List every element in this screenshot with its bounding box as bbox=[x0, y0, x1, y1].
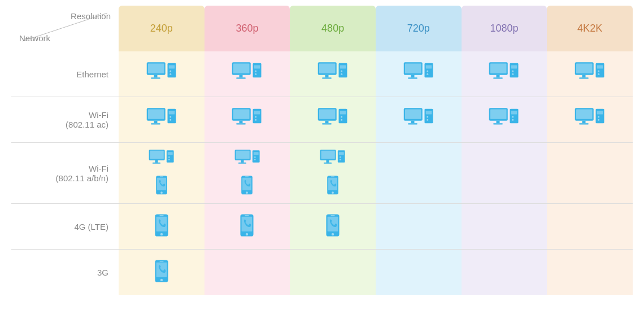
svg-rect-4 bbox=[151, 77, 160, 78]
svg-rect-86 bbox=[511, 111, 517, 115]
table-cell bbox=[547, 204, 633, 250]
table-cell bbox=[547, 143, 633, 204]
svg-rect-140 bbox=[245, 215, 249, 216]
table-cell bbox=[204, 97, 290, 143]
svg-rect-22 bbox=[340, 66, 346, 69]
table-cell bbox=[204, 204, 290, 250]
table-cell bbox=[119, 143, 204, 204]
row-label: Wi-Fi(802.11 a/b/n) bbox=[11, 143, 119, 204]
svg-point-119 bbox=[246, 191, 249, 194]
table-cell bbox=[119, 51, 204, 97]
svg-rect-19 bbox=[325, 75, 329, 78]
phone-icon bbox=[325, 213, 340, 240]
table-row: 4G (LTE) bbox=[11, 204, 633, 250]
svg-rect-108 bbox=[160, 176, 163, 177]
svg-rect-126 bbox=[339, 152, 344, 155]
desktop-icon bbox=[489, 107, 519, 133]
svg-rect-30 bbox=[426, 66, 432, 69]
svg-rect-27 bbox=[411, 75, 414, 78]
svg-point-24 bbox=[341, 73, 342, 75]
desktop-icon bbox=[232, 61, 262, 87]
svg-point-64 bbox=[255, 119, 257, 121]
table-cell bbox=[462, 97, 547, 143]
svg-rect-102 bbox=[168, 152, 173, 155]
svg-point-7 bbox=[169, 71, 171, 72]
desktop-icon bbox=[403, 61, 434, 87]
table-cell bbox=[290, 204, 376, 250]
header-720p: 720p bbox=[376, 6, 462, 51]
table-cell bbox=[376, 97, 462, 143]
desktop-icon bbox=[232, 107, 262, 133]
svg-rect-84 bbox=[494, 123, 503, 124]
svg-rect-52 bbox=[151, 123, 160, 124]
svg-point-40 bbox=[512, 73, 514, 75]
svg-point-23 bbox=[341, 71, 342, 72]
svg-rect-92 bbox=[579, 123, 589, 124]
header-1080p: 1080p bbox=[462, 6, 547, 51]
svg-rect-83 bbox=[497, 121, 500, 124]
svg-point-71 bbox=[341, 116, 342, 118]
table-cell bbox=[119, 97, 204, 143]
svg-rect-42 bbox=[576, 64, 593, 73]
phone-icon bbox=[327, 174, 339, 198]
desktop-icon bbox=[146, 61, 177, 87]
svg-rect-38 bbox=[511, 66, 517, 69]
svg-rect-66 bbox=[319, 110, 336, 119]
table-body: Ethernet bbox=[11, 51, 633, 295]
desktop-icon bbox=[317, 107, 348, 133]
svg-rect-34 bbox=[490, 64, 507, 73]
row-label: 4G (LTE) bbox=[11, 204, 119, 250]
svg-point-32 bbox=[427, 73, 428, 75]
svg-point-8 bbox=[169, 73, 171, 75]
svg-point-95 bbox=[598, 116, 599, 118]
phone-icon bbox=[154, 213, 169, 240]
svg-rect-50 bbox=[148, 110, 164, 119]
table-cell bbox=[119, 250, 204, 295]
svg-rect-122 bbox=[321, 151, 335, 159]
svg-rect-46 bbox=[597, 66, 603, 69]
table-cell bbox=[462, 204, 547, 250]
row-label: Wi-Fi(802.11 ac) bbox=[11, 97, 119, 143]
header-network-resolution: Resolution Network bbox=[11, 6, 119, 51]
svg-rect-90 bbox=[576, 110, 593, 119]
svg-rect-132 bbox=[331, 176, 334, 177]
svg-rect-11 bbox=[240, 75, 243, 78]
svg-rect-51 bbox=[154, 121, 157, 124]
phone-icon bbox=[155, 174, 168, 198]
table-cell bbox=[204, 51, 290, 97]
svg-point-115 bbox=[254, 156, 256, 158]
svg-point-56 bbox=[169, 119, 171, 121]
svg-point-139 bbox=[246, 233, 248, 235]
svg-rect-35 bbox=[497, 75, 500, 78]
svg-rect-43 bbox=[582, 75, 586, 78]
table-cell bbox=[290, 250, 376, 295]
svg-rect-76 bbox=[408, 123, 417, 124]
table-cell bbox=[547, 250, 633, 295]
table-header-row: Resolution Network 240p 360p 480p 720p 1… bbox=[11, 6, 633, 51]
compatibility-table: Resolution Network 240p 360p 480p 720p 1… bbox=[11, 6, 633, 295]
svg-point-55 bbox=[169, 116, 171, 118]
row-label: 3G bbox=[11, 250, 119, 295]
table-cell bbox=[376, 51, 462, 97]
svg-point-96 bbox=[598, 119, 599, 121]
svg-rect-94 bbox=[597, 111, 603, 115]
svg-rect-54 bbox=[169, 111, 175, 115]
header-240p: 240p bbox=[119, 6, 204, 51]
desktop-icon bbox=[317, 61, 348, 87]
table-cell bbox=[376, 143, 462, 204]
svg-point-72 bbox=[341, 119, 342, 121]
svg-rect-91 bbox=[582, 121, 586, 124]
table-cell bbox=[119, 204, 204, 250]
svg-rect-14 bbox=[254, 66, 260, 69]
phone-icon bbox=[241, 174, 253, 198]
svg-point-15 bbox=[255, 71, 257, 72]
phone-icon bbox=[240, 213, 254, 240]
svg-rect-144 bbox=[331, 215, 335, 216]
svg-rect-75 bbox=[411, 121, 414, 124]
svg-point-63 bbox=[255, 116, 257, 118]
svg-point-128 bbox=[340, 159, 341, 160]
svg-rect-99 bbox=[155, 160, 158, 163]
header-480p: 480p bbox=[290, 6, 376, 51]
svg-point-107 bbox=[160, 191, 163, 194]
svg-point-103 bbox=[168, 156, 170, 158]
